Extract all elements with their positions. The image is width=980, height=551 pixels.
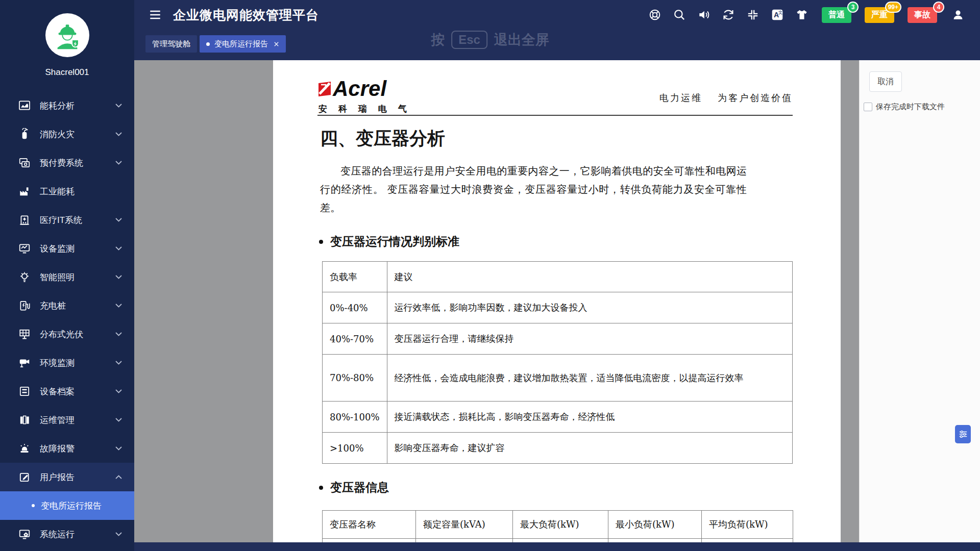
table-row: 40%-70% 变压器运行合理，请继续保持	[323, 323, 793, 355]
sidebar-item-device-monitor[interactable]: 设备监测	[0, 234, 134, 263]
fullscreen-hint: 按 Esc 退出全屏	[431, 31, 549, 49]
environment-monitor-icon	[18, 357, 31, 369]
table-row: 0%-40% 运行效率低，影响功率因数，建议加大设备投入	[323, 292, 793, 323]
sidebar-item-device-archive[interactable]: 设备档案	[0, 377, 134, 406]
medical-it-icon	[18, 214, 31, 226]
sidebar-item-label: 分布式光伏	[40, 329, 83, 340]
report-section-title: 四、变压器分析	[320, 127, 445, 151]
sidebar-item-label: 设备监测	[40, 243, 75, 255]
slogan-left: 电力运维	[659, 92, 702, 104]
search-icon[interactable]	[673, 8, 686, 21]
sidebar-item-label: 能耗分析	[40, 100, 75, 112]
info-section-title: 变压器信息	[319, 480, 389, 495]
alert-accident-label: 事故	[914, 10, 930, 20]
report-header: Acrel 安 科 瑞 电 气 电力运维 为客户创造价值	[317, 80, 793, 115]
judge-section-title: 变压器运行情况判别标准	[319, 234, 459, 249]
sidebar-item-label: 医疗IT系统	[40, 214, 82, 226]
chevron-up-icon	[115, 475, 122, 479]
download-option-row: 保存完成时下载文件	[864, 102, 945, 112]
sidebar-item-smart-lighting[interactable]: 智能照明	[0, 263, 134, 291]
menu-icon[interactable]	[149, 8, 162, 21]
tab-label: 变电所运行报告	[214, 39, 268, 49]
fault-alarm-icon	[18, 442, 31, 455]
sidebar-item-medical-it[interactable]: 医疗IT系统	[0, 206, 134, 234]
alert-accident-count-badge: 4	[933, 2, 944, 13]
alert-severe-count-badge: 99+	[885, 2, 901, 13]
export-panel: 取消 保存完成时下载文件	[859, 60, 980, 542]
chevron-down-icon	[115, 332, 122, 336]
chevron-down-icon	[115, 532, 122, 536]
fullscreen-hint-suffix: 退出全屏	[494, 31, 549, 49]
ops-management-icon	[18, 414, 31, 426]
sidebar-item-environment-monitor[interactable]: 环境监测	[0, 348, 134, 377]
chevron-down-icon	[115, 361, 122, 365]
brand-subtitle: 安 科 瑞 电 气	[318, 103, 411, 115]
col-header-load-rate: 负载率	[323, 262, 387, 292]
sidebar-item-industry-energy[interactable]: 工业能耗	[0, 177, 134, 206]
svg-text:文: 文	[778, 10, 783, 15]
industry-energy-icon	[18, 185, 31, 197]
sidebar-item-label: 运维管理	[40, 414, 75, 426]
device-monitor-icon	[18, 242, 31, 255]
load-rate-table: 负载率 建议 0%-40% 运行效率低，影响功率因数，建议加大设备投入 40%-…	[322, 261, 793, 464]
sidebar-subitem-label: 变电所运行报告	[41, 500, 102, 512]
sidebar-item-label: 消防火灾	[40, 129, 75, 140]
sidebar-item-label: 预付费系统	[40, 157, 83, 169]
sidebar-subitem-substation-report[interactable]: 变电所运行报告	[0, 491, 134, 520]
help-icon[interactable]	[648, 8, 662, 21]
tab-close-icon[interactable]	[274, 41, 279, 47]
tab-dashboard[interactable]: 管理驾驶舱	[145, 35, 197, 53]
sidebar-item-energy-analysis[interactable]: 能耗分析	[0, 91, 134, 120]
bullet-icon	[319, 486, 323, 490]
chevron-down-icon	[115, 161, 122, 165]
tab-substation-report[interactable]: 变电所运行报告	[200, 35, 286, 53]
download-checkbox-label: 保存完成时下载文件	[876, 102, 945, 112]
chevron-down-icon	[115, 304, 122, 308]
bottom-bar	[134, 542, 980, 551]
refresh-icon[interactable]	[722, 8, 735, 21]
sidebar-item-label: 系统运行	[40, 529, 75, 540]
sidebar-item-label: 工业能耗	[40, 186, 75, 197]
sidebar-item-ops-management[interactable]: 运维管理	[0, 406, 134, 434]
sidebar-item-solar-pv[interactable]: 分布式光伏	[0, 320, 134, 348]
tab-bar: 管理驾驶舱 变电所运行报告	[134, 35, 980, 53]
sidebar-item-fault-alarm[interactable]: 故障报警	[0, 434, 134, 463]
alert-normal-button[interactable]: 普通 3	[822, 7, 851, 23]
alert-accident-button[interactable]: 事故 4	[908, 7, 937, 23]
chevron-down-icon	[115, 104, 122, 108]
company-slogan: 电力运维 为客户创造价值	[659, 92, 793, 104]
translate-icon[interactable]: A文	[771, 8, 784, 21]
sidebar-item-fire-safety[interactable]: 消防火灾	[0, 120, 134, 148]
cancel-button[interactable]: 取消	[869, 71, 902, 92]
sidebar-item-system-run[interactable]: 系统运行	[0, 520, 134, 548]
solar-pv-icon	[18, 328, 31, 340]
sidebar: Shacrel001 能耗分析 消防火灾 预付费系统 工业能耗	[0, 0, 134, 551]
table-row	[323, 539, 793, 543]
user-icon[interactable]	[951, 8, 965, 21]
sidebar-item-ev-charger[interactable]: 充电桩	[0, 291, 134, 320]
theme-icon[interactable]	[795, 8, 808, 21]
exit-fullscreen-icon[interactable]	[746, 8, 760, 21]
chevron-down-icon	[115, 389, 122, 393]
col-header-suggestion: 建议	[387, 262, 792, 292]
fullscreen-hint-prefix: 按	[431, 31, 445, 49]
sidebar-item-label: 充电桩	[40, 300, 66, 312]
report-settings-button[interactable]	[955, 425, 971, 443]
alert-normal-count-badge: 3	[847, 2, 859, 13]
sidebar-item-user-report[interactable]: 用户报告	[0, 463, 134, 491]
sound-icon[interactable]	[697, 8, 710, 21]
fire-safety-icon	[18, 128, 31, 140]
sidebar-item-prepaid-system[interactable]: 预付费系统	[0, 148, 134, 177]
sliders-icon	[959, 430, 968, 439]
report-page: Acrel 安 科 瑞 电 气 电力运维 为客户创造价值 四、变压器分析 变压器…	[273, 60, 841, 542]
alert-severe-label: 严重	[871, 10, 888, 20]
download-checkbox[interactable]	[864, 103, 872, 111]
table-row: 70%-80% 经济性低，会造成电能浪费，建议增加散热装置，适当降低电流密度，以…	[323, 355, 793, 402]
esc-key: Esc	[451, 31, 487, 49]
transformer-info-table: 变压器名称 额定容量(kVA) 最大负荷(kW) 最小负荷(kW) 平均负荷(k…	[322, 510, 793, 542]
sidebar-menu: 能耗分析 消防火灾 预付费系统 工业能耗 医疗IT系统	[0, 91, 134, 548]
acrel-logo-icon	[317, 81, 332, 97]
smart-lighting-icon	[18, 271, 31, 283]
report-paragraph: 变压器的合理运行是用户安全用电的重要内容之一，它影响着供电的安全可靠性和电网运行…	[320, 162, 747, 217]
alert-severe-button[interactable]: 严重 99+	[865, 7, 894, 23]
